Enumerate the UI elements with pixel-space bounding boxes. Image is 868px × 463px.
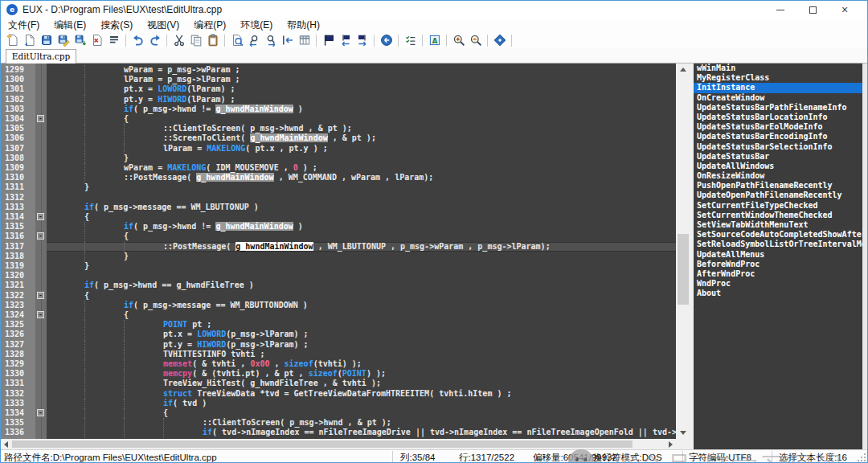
fold-collapse-icon[interactable]: - [37,409,44,416]
scroll-right-icon[interactable] [669,441,673,448]
code-line[interactable]: 1321if( p_msg->hwnd == g_hwndFileTree ) [1,281,676,290]
code-line[interactable]: 1317::PostMessage( g_hwndMainWindow , WM… [1,242,676,252]
fold-collapse-icon[interactable]: - [37,311,44,318]
code-line[interactable]: 1302pt.y = HIWORD(lParam) ; [1,95,676,104]
menu-item-5[interactable]: 环境(E) [233,18,280,32]
code-line[interactable]: 1327pt.y = HIWORD(p_msg->lParam) ; [1,340,676,350]
code-line[interactable]: 1309wParam = MAKELONG( IDM_MOUSEMOVE , 0… [1,163,676,173]
zoom-in-icon[interactable] [450,33,467,48]
function-list-item[interactable]: BeforeWndProc [694,260,867,269]
save-all-icon[interactable] [72,33,88,48]
function-list-item[interactable]: UpdateAllMenus [694,250,867,260]
code-line[interactable]: 1305::ClientToScreen( p_msg->hwnd , & pt… [1,124,676,133]
copy-icon[interactable] [187,33,204,48]
function-list-item[interactable]: OnResizeWindow [694,171,867,181]
save-icon[interactable] [38,33,55,48]
resize-grip[interactable] [864,460,866,461]
code-line[interactable]: 1307lParam = MAKELONG( pt.x , pt.y ) ; [1,144,676,154]
scroll-up-icon[interactable] [680,68,686,72]
code-line[interactable]: 1330memcpy( & (tvhti.pt) , & pt , sizeof… [1,369,676,379]
function-list-item[interactable]: wWinMain [694,64,867,73]
code-line[interactable]: 1314-{ [1,212,676,222]
zoom-out-icon[interactable] [467,33,484,48]
fold-collapse-icon[interactable]: - [37,232,44,240]
code-line[interactable]: 1329memset( & tvhti , 0x00 , sizeof(tvht… [1,359,676,369]
menu-item-1[interactable]: 编辑(E) [47,18,93,32]
code-line[interactable]: 1310::PostMessage( g_hwndMainWindow , WM… [1,173,676,182]
back-icon[interactable] [378,33,395,48]
function-list-item[interactable]: InitInstance [694,83,867,92]
menu-item-4[interactable]: 编程(P) [186,18,233,32]
code-line[interactable]: 1299wParam = p_msg->wParam ; [1,65,676,75]
horizontal-scrollbar[interactable] [1,439,676,449]
menu-item-6[interactable]: 帮助(H) [280,18,327,32]
code-line[interactable]: 1313if( p_msg->message == WM_LBUTTONUP ) [1,203,676,212]
fold-collapse-icon[interactable]: - [37,213,44,220]
function-list-item[interactable]: SetReloadSymbolListOrTreeIntervalMe [694,240,867,249]
code-line[interactable]: 1333if( tvd ) [1,399,676,408]
function-list-item[interactable]: UpdateStatusBarLocationInfo [694,113,867,122]
fold-collapse-icon[interactable]: - [37,292,44,299]
function-grid-icon[interactable] [296,33,313,48]
open-file-icon[interactable] [21,33,38,48]
bookmark-icon[interactable] [320,33,337,48]
scroll-left-icon[interactable] [4,441,8,448]
code-line[interactable]: 1312 [1,193,676,203]
code-line[interactable]: 1323if( p_msg->message == WM_RBUTTONDOWN… [1,301,676,310]
code-line[interactable]: 1328TVHITTESTINFO tvhti ; [1,350,676,359]
function-list-item[interactable]: SetSourceCodeAutoCompletedShowAfter [694,230,867,240]
function-list-item[interactable]: AfterWndProc [694,269,867,279]
code-line[interactable]: 1315if( p_msg->hwnd != g_hwndMainWindow … [1,222,676,232]
code-line[interactable]: 1300lParam = p_msg->lParam ; [1,75,676,84]
close-file-icon[interactable] [88,33,105,48]
function-list-item[interactable]: UpdateOpenPathFilenameRecently [694,191,867,200]
code-line[interactable]: 1301pt.x = LOWORD(lParam) ; [1,84,676,94]
code-line[interactable]: 1336if( tvd->nImageIndex == nFileTreeIma… [1,428,676,437]
about-icon[interactable] [491,33,508,48]
panel-scrollbar[interactable] [862,64,867,449]
function-list-item[interactable]: PushOpenPathFilenameRecently [694,181,867,191]
line-list-icon[interactable] [105,33,122,48]
function-list-item[interactable]: SetCurrentFileTypeChecked [694,201,867,211]
find-icon[interactable] [228,33,245,48]
menu-item-0[interactable]: 文件(F) [1,18,47,32]
horizontal-scrollbar-thumb[interactable] [12,440,633,448]
fold-collapse-icon[interactable]: - [37,115,44,122]
function-list-item[interactable]: UpdateStatusBarEolModeInfo [694,122,867,132]
function-list-item[interactable]: UpdateStatusBarPathFilenameInfo [694,103,867,113]
menu-item-2[interactable]: 搜索(S) [93,18,140,32]
function-list-item[interactable]: UpdateStatusBarEncodingInfo [694,132,867,141]
function-list-item[interactable]: UpdateStatusBar [694,152,867,162]
bookmark-next-icon[interactable] [354,33,371,48]
code-line[interactable]: 1303if( p_msg->hwnd != g_hwndMainWindow … [1,104,676,114]
code-line[interactable]: 1311} [1,182,676,192]
code-line[interactable]: 1335::ClientToScreen( p_msg->hwnd , & pt… [1,418,676,428]
scroll-down-icon[interactable] [680,431,686,435]
find-next-icon[interactable] [262,33,279,48]
vertical-scrollbar[interactable] [676,64,690,439]
function-list-item[interactable]: SetCurrentWindowThemeChecked [694,211,867,220]
save-as-icon[interactable] [55,33,72,48]
code-line[interactable]: 1306::ScreenToClient( g_hwndMainWindow ,… [1,133,676,143]
code-line[interactable]: 1316-{ [1,232,676,241]
vertical-scrollbar-thumb[interactable] [678,234,689,305]
maximize-button[interactable] [796,1,829,18]
bookmark-prev-icon[interactable] [337,33,354,48]
code-line[interactable]: 1324-{ [1,310,676,320]
code-line[interactable]: 1326pt.x = LOWORD(p_msg->lParam) ; [1,330,676,339]
code-line[interactable]: 1334-{ [1,408,676,418]
function-list-item[interactable]: WndProc [694,279,867,289]
code-line[interactable]: 1322-{ [1,291,676,301]
paste-icon[interactable] [204,33,221,48]
code-line[interactable]: 1332struct TreeViewData *tvd = GetTreeVi… [1,389,676,399]
code-line[interactable]: 1308} [1,154,676,163]
cut-icon[interactable] [170,33,187,48]
code-editor[interactable]: 1299wParam = p_msg->wParam ;1300lParam =… [1,64,676,439]
function-list-item[interactable]: UpdateAllWindows [694,162,867,171]
code-line[interactable]: 1331TreeView_HitTest( g_hwndFileTree , &… [1,379,676,388]
redo-icon[interactable] [146,33,163,48]
function-list-item[interactable]: About [694,289,867,298]
code-line[interactable]: 1320 [1,271,676,281]
function-list-item[interactable]: SetViewTabWidthMenuText [694,220,867,230]
menu-item-3[interactable]: 视图(V) [140,18,186,32]
